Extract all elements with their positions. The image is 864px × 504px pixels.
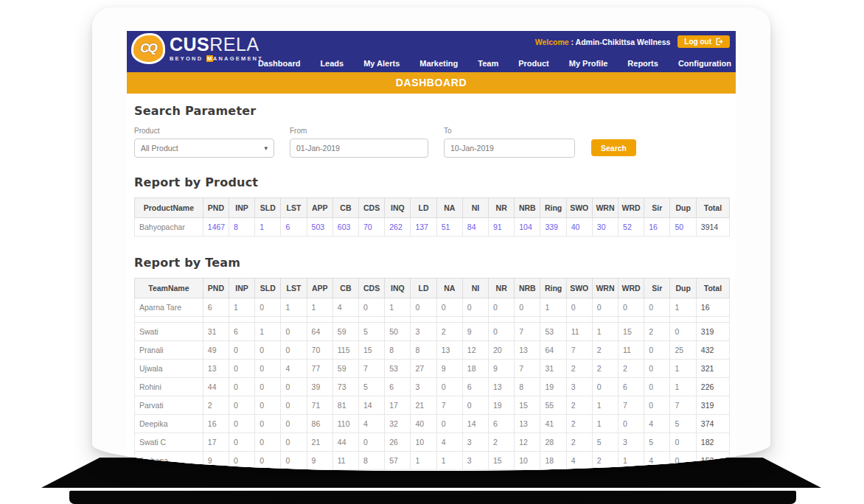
metric-link[interactable]: 1 <box>259 223 264 231</box>
metric-cell[interactable]: 30 <box>592 218 618 237</box>
metric-cell: 20 <box>489 341 515 360</box>
column-header: PND <box>203 279 229 298</box>
from-date-input[interactable] <box>290 139 428 158</box>
column-header: SWO <box>566 198 592 218</box>
metric-cell: 31 <box>203 323 229 341</box>
metric-cell: 0 <box>436 415 462 433</box>
row-name-cell: Rohini <box>135 378 203 396</box>
monitor-base <box>69 491 796 504</box>
metric-cell[interactable]: 104 <box>515 218 540 237</box>
product-report-heading: Report by Product <box>134 175 730 189</box>
nav-item-my-profile[interactable]: My Profile <box>569 59 608 68</box>
metric-cell[interactable]: 70 <box>359 218 385 237</box>
column-header: NRB <box>515 279 540 298</box>
metric-link[interactable]: 8 <box>234 223 238 231</box>
nav-item-leads[interactable]: Leads <box>320 59 344 68</box>
metric-cell[interactable]: 503 <box>307 218 332 237</box>
metric-cell: 0 <box>281 452 307 470</box>
metric-cell[interactable]: 137 <box>411 218 436 237</box>
metric-cell[interactable]: 40 <box>566 218 592 237</box>
metric-link[interactable]: 137 <box>415 223 428 231</box>
metric-link[interactable]: 16 <box>649 223 658 231</box>
column-header: INP <box>229 198 255 218</box>
product-report-table: ProductNamePNDINPSLDLSTAPPCBCDSINQLDNANI… <box>134 197 730 237</box>
metric-cell: 0 <box>644 341 670 360</box>
metric-cell: 13 <box>436 341 462 360</box>
column-header: Ring <box>540 279 566 298</box>
metric-link[interactable]: 1467 <box>208 223 225 231</box>
column-header: NI <box>462 279 488 298</box>
column-header: PND <box>203 198 229 218</box>
metric-link[interactable]: 50 <box>675 223 683 231</box>
metric-link[interactable]: 503 <box>312 223 325 231</box>
metric-cell: 59 <box>332 360 358 378</box>
row-name-cell <box>135 317 203 323</box>
metric-link[interactable]: 6 <box>285 223 290 231</box>
nav-item-marketing[interactable]: Marketing <box>419 59 458 68</box>
column-header: Total <box>696 198 729 218</box>
to-date-input[interactable] <box>444 139 575 158</box>
metric-cell[interactable]: 603 <box>332 218 358 237</box>
metric-cell: 31 <box>540 360 566 378</box>
row-name-cell: Ujwala <box>135 360 203 378</box>
metric-cell[interactable]: 8 <box>229 218 255 237</box>
column-header: TeamName <box>135 279 203 298</box>
nav-item-team[interactable]: Team <box>478 59 498 68</box>
nav-item-reports[interactable]: Reports <box>627 59 658 68</box>
metric-cell[interactable]: 339 <box>540 218 566 237</box>
metric-cell: 77 <box>307 360 332 378</box>
metric-link[interactable]: 52 <box>623 223 632 231</box>
metric-link[interactable]: 30 <box>597 223 606 231</box>
search-button[interactable]: Search <box>591 139 636 156</box>
metric-cell: 2 <box>566 396 592 415</box>
metric-cell[interactable]: 6 <box>281 218 307 237</box>
metric-cell: 6 <box>229 323 255 341</box>
row-name-cell: Pranali <box>135 341 203 360</box>
from-label: From <box>290 127 428 135</box>
logout-button[interactable]: Log out <box>677 35 730 48</box>
metric-cell[interactable]: 91 <box>489 218 515 237</box>
metric-cell[interactable]: 52 <box>619 218 644 237</box>
product-select[interactable]: All Product ▾ <box>134 139 274 158</box>
metric-cell: 18 <box>540 452 566 470</box>
metric-link[interactable]: 603 <box>338 223 351 231</box>
metric-cell[interactable]: 51 <box>436 218 462 237</box>
metric-link[interactable]: 40 <box>571 223 580 231</box>
nav-item-my-alerts[interactable]: My Alerts <box>363 59 400 68</box>
nav-item-product[interactable]: Product <box>518 59 549 68</box>
metric-link[interactable]: 339 <box>545 223 558 231</box>
metric-cell: 0 <box>255 378 281 396</box>
metric-link[interactable]: 91 <box>493 223 502 231</box>
metric-link[interactable]: 70 <box>363 223 372 231</box>
column-header: LD <box>411 198 436 218</box>
metric-cell[interactable]: 84 <box>462 218 488 237</box>
metric-cell: 1 <box>385 298 411 317</box>
metric-cell[interactable]: 262 <box>385 218 411 237</box>
metric-cell[interactable]: 16 <box>644 218 670 237</box>
column-header: APP <box>307 198 332 218</box>
metric-link[interactable]: 262 <box>389 223 403 231</box>
tagline-rest: ANAGEMENT <box>213 55 263 62</box>
metric-cell: 7 <box>619 396 644 415</box>
metric-cell: 3 <box>411 323 436 341</box>
metric-cell: 1 <box>540 298 566 317</box>
welcome-label: Welcome <box>535 38 569 46</box>
metric-cell: 15 <box>359 341 385 360</box>
metric-cell[interactable]: 50 <box>670 218 696 237</box>
metric-cell: 0 <box>436 378 462 396</box>
metric-cell: 39 <box>307 378 332 396</box>
metric-cell: 1 <box>670 378 696 396</box>
metric-link[interactable]: 51 <box>442 223 450 231</box>
logo-word-light: RELA <box>209 34 259 55</box>
table-row: Swati31610645955032907531111520319 <box>135 323 730 341</box>
metric-cell: 11 <box>332 452 358 470</box>
column-header: Dup <box>670 279 696 298</box>
screen: CQ CUSRELA BEYOND MANAGEMENT Welcome <box>92 7 770 471</box>
nav-item-configuration[interactable]: Configuration <box>678 59 731 68</box>
metric-cell[interactable]: 1467 <box>203 218 229 237</box>
metric-cell: 2 <box>489 433 515 452</box>
nav-item-dashboard[interactable]: Dashboard <box>258 59 300 68</box>
metric-cell[interactable]: 1 <box>255 218 281 237</box>
metric-link[interactable]: 104 <box>519 223 532 231</box>
metric-link[interactable]: 84 <box>467 223 476 231</box>
